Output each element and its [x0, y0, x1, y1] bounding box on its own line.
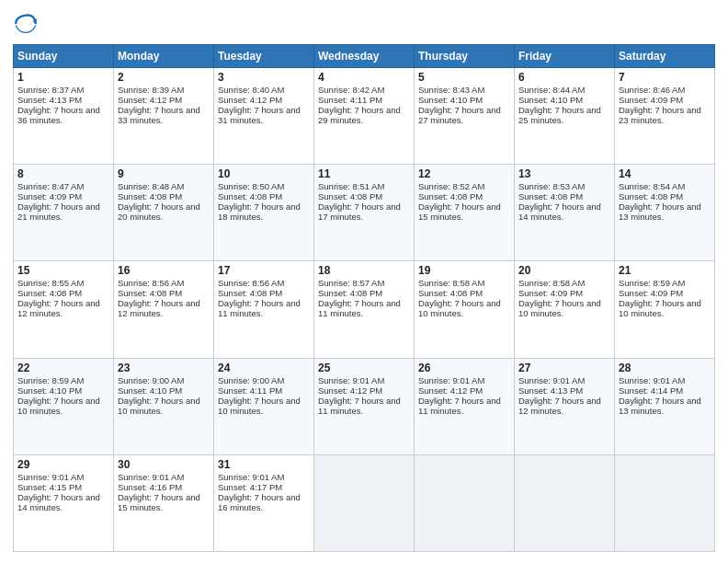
day-number: 19	[418, 264, 510, 277]
day-number: 13	[518, 167, 610, 180]
sunrise-label: Sunrise: 8:54 AM	[619, 181, 685, 191]
daylight-label: Daylight: 7 hours and 10 minutes.	[17, 396, 100, 416]
sunset-label: Sunset: 4:12 PM	[218, 95, 282, 105]
daylight-label: Daylight: 7 hours and 11 minutes.	[218, 298, 301, 318]
weekday-header: Friday	[515, 45, 615, 68]
daylight-label: Daylight: 7 hours and 36 minutes.	[17, 105, 100, 125]
sunrise-label: Sunrise: 9:00 AM	[218, 375, 284, 385]
daylight-label: Daylight: 7 hours and 14 minutes.	[518, 201, 601, 222]
sunrise-label: Sunrise: 8:48 AM	[118, 181, 184, 191]
calendar-cell: 22 Sunrise: 8:59 AM Sunset: 4:10 PM Dayl…	[14, 358, 114, 454]
sunset-label: Sunset: 4:08 PM	[318, 288, 382, 298]
weekday-header: Thursday	[415, 45, 515, 68]
day-number: 23	[118, 362, 210, 374]
sunset-label: Sunset: 4:08 PM	[218, 288, 282, 298]
day-number: 29	[17, 458, 109, 471]
sunrise-label: Sunrise: 9:01 AM	[218, 472, 284, 482]
sunset-label: Sunset: 4:08 PM	[118, 191, 182, 201]
day-number: 27	[518, 362, 610, 374]
daylight-label: Daylight: 7 hours and 18 minutes.	[218, 201, 301, 222]
sunset-label: Sunset: 4:11 PM	[218, 385, 282, 396]
daylight-label: Daylight: 7 hours and 10 minutes.	[619, 298, 701, 318]
sunrise-label: Sunrise: 8:56 AM	[218, 278, 284, 288]
sunrise-label: Sunrise: 8:42 AM	[318, 85, 384, 95]
calendar-cell: 16 Sunrise: 8:56 AM Sunset: 4:08 PM Dayl…	[114, 261, 214, 358]
calendar-cell: 30 Sunrise: 9:01 AM Sunset: 4:16 PM Dayl…	[114, 454, 214, 551]
sunset-label: Sunset: 4:10 PM	[418, 95, 483, 105]
day-number: 17	[218, 264, 310, 277]
weekday-header: Monday	[114, 45, 214, 68]
calendar-cell: 15 Sunrise: 8:55 AM Sunset: 4:08 PM Dayl…	[14, 261, 114, 358]
calendar-cell: 28 Sunrise: 9:01 AM Sunset: 4:14 PM Dayl…	[615, 358, 715, 454]
sunset-label: Sunset: 4:12 PM	[318, 385, 382, 396]
sunset-label: Sunset: 4:12 PM	[418, 385, 483, 396]
calendar-cell: 7 Sunrise: 8:46 AM Sunset: 4:09 PM Dayli…	[615, 68, 715, 165]
logo	[13, 11, 42, 37]
day-number: 2	[118, 71, 210, 84]
calendar-cell	[615, 454, 715, 551]
daylight-label: Daylight: 7 hours and 10 minutes.	[118, 396, 200, 416]
calendar-week-row: 22 Sunrise: 8:59 AM Sunset: 4:10 PM Dayl…	[14, 358, 715, 454]
sunset-label: Sunset: 4:08 PM	[418, 191, 483, 201]
sunrise-label: Sunrise: 8:37 AM	[17, 85, 84, 95]
sunset-label: Sunset: 4:08 PM	[218, 191, 282, 201]
sunrise-label: Sunrise: 8:58 AM	[418, 278, 484, 288]
calendar-cell: 5 Sunrise: 8:43 AM Sunset: 4:10 PM Dayli…	[415, 68, 515, 165]
daylight-label: Daylight: 7 hours and 10 minutes.	[418, 298, 501, 318]
daylight-label: Daylight: 7 hours and 13 minutes.	[619, 396, 701, 416]
sunrise-label: Sunrise: 8:56 AM	[118, 278, 184, 288]
daylight-label: Daylight: 7 hours and 29 minutes.	[318, 105, 401, 125]
day-number: 10	[218, 167, 310, 180]
calendar-cell: 4 Sunrise: 8:42 AM Sunset: 4:11 PM Dayli…	[314, 68, 415, 165]
day-number: 24	[218, 362, 310, 374]
day-number: 12	[418, 167, 510, 180]
sunrise-label: Sunrise: 9:00 AM	[118, 375, 184, 385]
calendar-cell: 11 Sunrise: 8:51 AM Sunset: 4:08 PM Dayl…	[314, 165, 415, 261]
day-number: 28	[619, 362, 711, 374]
day-number: 11	[318, 167, 410, 180]
sunrise-label: Sunrise: 8:47 AM	[17, 181, 84, 191]
sunset-label: Sunset: 4:08 PM	[17, 288, 82, 298]
sunset-label: Sunset: 4:11 PM	[318, 95, 382, 105]
weekday-header: Tuesday	[214, 45, 314, 68]
calendar-week-row: 1 Sunrise: 8:37 AM Sunset: 4:13 PM Dayli…	[14, 68, 715, 165]
daylight-label: Daylight: 7 hours and 11 minutes.	[318, 396, 401, 416]
calendar-cell: 12 Sunrise: 8:52 AM Sunset: 4:08 PM Dayl…	[415, 165, 515, 261]
day-number: 22	[17, 362, 109, 374]
daylight-label: Daylight: 7 hours and 11 minutes.	[318, 298, 401, 318]
sunset-label: Sunset: 4:10 PM	[518, 95, 583, 105]
sunrise-label: Sunrise: 8:58 AM	[518, 278, 585, 288]
sunset-label: Sunset: 4:17 PM	[218, 482, 282, 492]
day-number: 18	[318, 264, 410, 277]
sunset-label: Sunset: 4:09 PM	[619, 95, 683, 105]
sunset-label: Sunset: 4:13 PM	[17, 95, 82, 105]
calendar-cell: 19 Sunrise: 8:58 AM Sunset: 4:08 PM Dayl…	[415, 261, 515, 358]
calendar-week-row: 8 Sunrise: 8:47 AM Sunset: 4:09 PM Dayli…	[14, 165, 715, 261]
sunset-label: Sunset: 4:12 PM	[118, 95, 182, 105]
calendar-cell	[415, 454, 515, 551]
calendar-cell: 27 Sunrise: 9:01 AM Sunset: 4:13 PM Dayl…	[515, 358, 615, 454]
calendar-cell: 6 Sunrise: 8:44 AM Sunset: 4:10 PM Dayli…	[515, 68, 615, 165]
daylight-label: Daylight: 7 hours and 31 minutes.	[218, 105, 301, 125]
calendar-cell: 14 Sunrise: 8:54 AM Sunset: 4:08 PM Dayl…	[615, 165, 715, 261]
header	[13, 11, 715, 37]
day-number: 15	[17, 264, 109, 277]
calendar-cell: 2 Sunrise: 8:39 AM Sunset: 4:12 PM Dayli…	[114, 68, 214, 165]
day-number: 9	[118, 167, 210, 180]
calendar-cell: 25 Sunrise: 9:01 AM Sunset: 4:12 PM Dayl…	[314, 358, 415, 454]
calendar-cell	[314, 454, 415, 551]
sunset-label: Sunset: 4:08 PM	[619, 191, 683, 201]
calendar-week-row: 29 Sunrise: 9:01 AM Sunset: 4:15 PM Dayl…	[14, 454, 715, 551]
calendar-cell: 3 Sunrise: 8:40 AM Sunset: 4:12 PM Dayli…	[214, 68, 314, 165]
day-number: 7	[619, 71, 711, 84]
day-number: 30	[118, 458, 210, 471]
daylight-label: Daylight: 7 hours and 21 minutes.	[17, 201, 100, 222]
weekday-header: Wednesday	[314, 45, 415, 68]
day-number: 25	[318, 362, 410, 374]
day-number: 26	[418, 362, 510, 374]
day-number: 14	[619, 167, 711, 180]
day-number: 1	[17, 71, 109, 84]
day-number: 31	[218, 458, 310, 471]
sunrise-label: Sunrise: 8:46 AM	[619, 85, 685, 95]
sunrise-label: Sunrise: 8:53 AM	[518, 181, 585, 191]
